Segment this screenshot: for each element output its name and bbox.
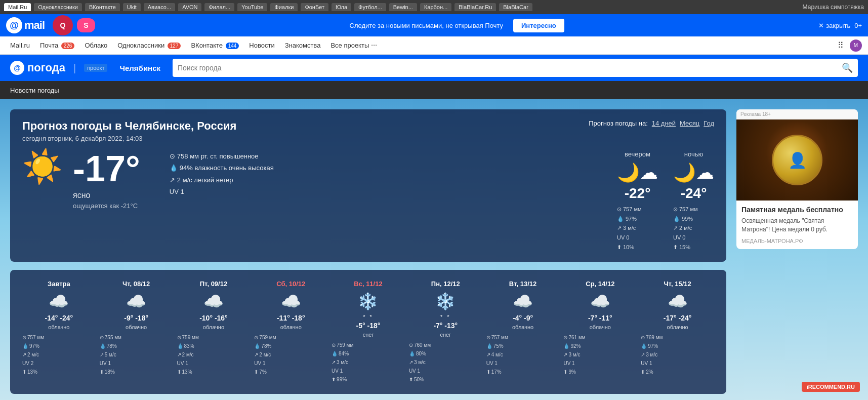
f-pressure-icon: ⊙ [22,333,26,342]
forecast-day-name: Пн, 12/12 [409,280,482,288]
forecast-day-name: Вс, 11/12 [332,280,405,288]
today-temperature: -17° [73,148,140,189]
ad-badge: Реклама 18+ [736,109,858,119]
tab-vk[interactable]: ВКонтакте [85,3,120,11]
forecast-day-1[interactable]: Чт, 08/12 ☁️ -9° -18° облачно ⊙ 755 мм 💧… [100,280,173,384]
tab-youtube[interactable]: YouTube [237,3,267,11]
forecast-day-8[interactable]: Чт, 15/12 ☁️ -17° -24° облачно ⊙ 769 мм … [641,280,714,384]
close-notification-button[interactable]: ✕ закрыть [818,22,850,29]
notification-section: Следите за новыми письмами, не открывая … [105,19,808,32]
nav-oblako[interactable]: Облако [80,39,111,51]
f-humidity-icon: 💧 [177,342,183,350]
mailru-secondary-nav: Mail.ru Почта 226 Облако Одноклассники 1… [0,36,868,55]
f-pressure-icon: ⊙ [177,333,181,342]
f-humidity-icon: 💧 [100,342,106,350]
forecast-day-icon: ❄️ [332,292,405,311]
recommend-badge: iRECOMMEND.RU [802,382,860,392]
nav-znakomstva[interactable]: Знакомства [281,39,325,51]
weather-at-icon: @ [10,61,24,75]
night-label: ночью [673,150,714,158]
forecast-day-icon: ☁️ [22,292,96,311]
f-humidity-icon: 💧 [641,342,647,350]
f-humidity-icon: 💧 [486,342,492,350]
vk-badge: 144 [226,43,239,49]
nav-pochta[interactable]: Почта 226 [36,39,78,51]
tab-fialki[interactable]: Фиалки [270,3,298,11]
tab-futbol[interactable]: Футбол... [354,3,386,11]
f-precip-icon: ⬆ [177,368,181,376]
news-bar: Новости погоды [0,81,868,99]
forecast-day-temps: -4° -9° [486,314,560,322]
forecast-day-icon: ❄️ [409,292,482,311]
ok-badge: 127 [168,43,181,49]
tab-yula[interactable]: Юла [332,3,351,11]
today-pressure: 758 мм рт. ст. повышенное [177,150,259,162]
tab-blabla1[interactable]: BlaBlaCar.Ru [454,3,496,11]
tab-blabla2[interactable]: BlaBlaCar [499,3,532,11]
forecast-month-link[interactable]: Месяц [680,119,699,127]
nav-ok[interactable]: Одноклассники 127 [113,39,185,51]
nav-vse-proekty[interactable]: Все проекты ‧‧‧ [326,39,381,51]
f-pressure-icon: ⊙ [486,333,490,342]
forecast-day-5[interactable]: Пн, 12/12 ❄️ * * -7° -13° снег ⊙ 760 мм … [409,280,482,384]
forecast-day-name: Завтра [22,280,96,288]
forecast-links: Прогноз погоды на: 14 дней Месяц Год [589,119,714,127]
f-precip-icon: ⬆ [409,375,413,384]
forecast-day-name: Ср, 14/12 [563,280,637,288]
news-bar-text: Новости погоды [10,87,59,94]
forecast-day-details: ⊙ 761 мм 💧 92% ↗ 3 м/с UV 1 ⬆ 9% [563,333,637,376]
f-wind-icon: ↗ [22,350,26,359]
tab-ukit[interactable]: Ukit [123,3,141,11]
eve-wind-icon: ↗ [617,223,622,233]
f-humidity-icon: 💧 [409,349,415,358]
search-input[interactable] [178,64,842,72]
s-icon: S [77,18,95,32]
tab-karbon[interactable]: Карбон... [420,3,451,11]
qiwi-icon: Q [53,15,73,35]
f-wind-icon: ↗ [254,350,258,359]
forecast-day-2[interactable]: Пт, 09/12 ☁️ -10° -16° облачно ⊙ 759 мм … [177,280,251,384]
tab-avon[interactable]: AVON [178,3,201,11]
tab-avia[interactable]: Авиасо... [144,3,175,11]
grid-icon: ⠿ [838,41,844,50]
forecast-day-4[interactable]: Вс, 11/12 ❄️ * * -5° -18° снег ⊙ 759 мм … [332,280,405,384]
forecast-card: Завтра ☁️ -14° -24° облачно ⊙ 757 мм 💧 9… [10,270,726,394]
ad-source: МЕДАЛЬ-МАТРОНА.РФ [741,238,853,244]
age-badge: 0+ [854,22,862,29]
eve-humidity: 97% [626,214,637,224]
nav-mailru[interactable]: Mail.ru [6,39,34,51]
forecast-day-details: ⊙ 757 мм 💧 75% ↗ 4 м/с UV 1 ⬆ 17% [486,333,560,376]
tab-bewin[interactable]: Bewin... [389,3,417,11]
forecast-day-6[interactable]: Вт, 13/12 ☁️ -4° -9° облачно ⊙ 757 мм 💧 … [486,280,560,384]
forecast-year-link[interactable]: Год [704,119,714,127]
forecast-day-7[interactable]: Ср, 14/12 ☁️ -7° -11° облачно ⊙ 761 мм 💧… [563,280,637,384]
forecast-grid: Завтра ☁️ -14° -24° облачно ⊙ 757 мм 💧 9… [22,280,714,384]
forecast-day-0[interactable]: Завтра ☁️ -14° -24° облачно ⊙ 757 мм 💧 9… [22,280,96,384]
forecast-14days-link[interactable]: 14 дней [652,119,676,127]
f-wind-icon: ↗ [563,350,567,359]
forecast-day-details: ⊙ 757 мм 💧 97% ↗ 2 м/с UV 2 ⬆ 13% [22,333,96,376]
today-condition: ясно [73,191,144,200]
forecast-day-temps: -11° -18° [254,314,327,322]
eve-uv: UV 0 [617,233,629,243]
ad-content: Памятная медаль бесплатно Освященная мед… [736,201,858,249]
night-pressure-icon: ⊙ [673,205,678,214]
interesting-button[interactable]: Интересно [513,19,564,32]
forecast-day-name: Чт, 15/12 [641,280,714,288]
tab-fonbet[interactable]: ФонБет [301,3,328,11]
tab-mailru[interactable]: Mail.Ru [4,3,31,11]
f-precip-icon: ⬆ [641,368,645,376]
forecast-day-3[interactable]: Сб, 10/12 ☁️ -11° -18° облачно ⊙ 759 мм … [254,280,327,384]
f-humidity-icon: 💧 [254,342,260,350]
night-icon: 🌙☁ [673,162,714,183]
forecast-day-details: ⊙ 759 мм 💧 83% ↗ 2 м/с UV 1 ⬆ 13% [177,333,251,376]
weather-city[interactable]: Челябинск [119,64,160,72]
nav-novosti[interactable]: Новости [245,39,278,51]
f-pressure-icon: ⊙ [100,333,104,342]
night-pressure: 757 мм [679,205,698,214]
tab-ok[interactable]: Одноклассники [34,3,82,11]
f-wind-icon: ↗ [177,350,181,359]
nav-vk[interactable]: ВКонтакте 144 [187,39,243,51]
tab-filial[interactable]: Филал... [204,3,234,11]
search-icon[interactable]: 🔍 [842,62,853,73]
